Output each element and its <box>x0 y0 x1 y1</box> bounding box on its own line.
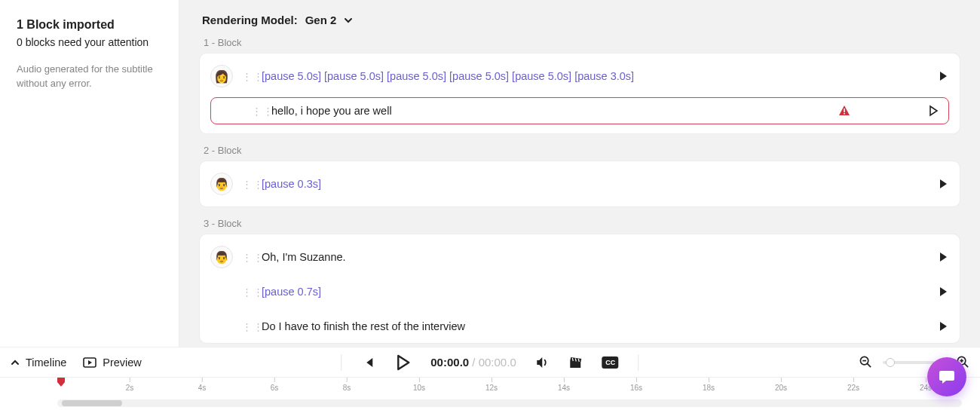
skip-back-icon[interactable] <box>361 356 375 369</box>
ruler-tick: 12s <box>485 378 498 392</box>
playback-bar: Timeline Preview 00:00.0 / 00:00.0 CC <box>0 347 980 377</box>
preview-button[interactable]: Preview <box>83 356 142 369</box>
ruler-tick: 20s <box>775 378 787 392</box>
block-card: 👨 Oh, I'm Suzanne. [pause 0.7s] <box>199 234 960 344</box>
script-line[interactable]: [pause 0.7s] <box>210 278 949 305</box>
svg-line-5 <box>867 363 871 367</box>
play-line-icon[interactable] <box>927 105 939 117</box>
speaker-avatar[interactable]: 👨 <box>210 173 233 195</box>
ruler-tick: 18s <box>703 378 715 392</box>
play-line-icon[interactable] <box>937 251 949 263</box>
speaker-avatar[interactable]: 👨 <box>210 246 233 268</box>
svg-rect-1 <box>844 113 845 115</box>
zoom-out-icon[interactable] <box>859 356 872 369</box>
scrollbar-thumb[interactable] <box>62 400 122 406</box>
line-text[interactable]: Oh, I'm Suzanne. <box>262 251 928 263</box>
block-card: 👨 [pause 0.3s] <box>199 161 960 207</box>
ruler-tick: 14s <box>558 378 570 392</box>
svg-rect-0 <box>844 109 845 112</box>
block-3: 3 - Block 👨 Oh, I'm Suzanne. [pause 0.7s… <box>199 218 960 344</box>
block-label: 2 - Block <box>204 145 960 156</box>
avatar-spacer <box>210 326 233 327</box>
timeline-scrollbar[interactable] <box>57 399 962 407</box>
rendering-model-selector[interactable]: Rendering Model: Gen 2 <box>202 14 960 26</box>
preview-icon <box>83 357 96 368</box>
drag-handle-icon[interactable] <box>242 252 253 263</box>
divider <box>639 354 639 371</box>
script-line[interactable]: Do I have to finish the rest of the inte… <box>210 313 949 340</box>
model-value: Gen 2 <box>305 14 337 26</box>
ruler-tick: 4s <box>198 378 207 392</box>
block-2: 2 - Block 👨 [pause 0.3s] <box>199 145 960 207</box>
sidebar-note: Audio generated for the subtitle without… <box>17 63 164 91</box>
volume-icon[interactable] <box>536 356 550 369</box>
script-line[interactable]: 👨 [pause 0.3s] <box>210 170 949 197</box>
drag-handle-icon[interactable] <box>252 106 262 117</box>
divider <box>341 354 341 371</box>
script-line-error[interactable]: hello, i hope you are well <box>210 97 949 124</box>
sidebar-subtitle: 0 blocks need your attention <box>17 35 164 50</box>
model-prefix: Rendering Model: <box>202 14 298 26</box>
time-total: 00:00.0 <box>479 356 516 369</box>
chat-fab[interactable] <box>927 357 966 396</box>
line-text[interactable]: [pause 5.0s] [pause 5.0s] [pause 5.0s] [… <box>262 70 928 82</box>
timeline-toggle[interactable]: Timeline <box>11 356 66 369</box>
play-icon[interactable] <box>394 354 411 371</box>
ruler-tick: 16s <box>630 378 642 392</box>
ruler-tick: 8s <box>343 378 351 392</box>
block-label: 1 - Block <box>204 37 960 48</box>
line-text[interactable]: hello, i hope you are well <box>271 105 829 117</box>
preview-label: Preview <box>103 356 142 369</box>
line-text[interactable]: [pause 0.3s] <box>262 178 928 190</box>
block-1: 1 - Block 👩 [pause 5.0s] [pause 5.0s] [p… <box>199 37 960 134</box>
play-line-icon[interactable] <box>937 178 949 190</box>
captions-icon[interactable]: CC <box>602 356 619 369</box>
chevron-down-icon <box>344 16 353 25</box>
time-current: 00:00.0 <box>430 356 469 369</box>
svg-line-8 <box>964 363 968 367</box>
clapperboard-icon[interactable] <box>569 356 583 369</box>
ruler-tick: 2s <box>126 378 134 392</box>
avatar-spacer <box>210 292 233 292</box>
ruler-tick: 22s <box>847 378 859 392</box>
playhead-icon[interactable] <box>57 377 65 386</box>
warning-icon <box>838 105 850 117</box>
editor-main: Rendering Model: Gen 2 1 - Block 👩 [paus… <box>179 0 980 347</box>
ruler-tick: 6s <box>271 378 279 392</box>
play-line-icon[interactable] <box>937 70 949 82</box>
line-text[interactable]: [pause 0.7s] <box>262 286 928 298</box>
drag-handle-icon[interactable] <box>242 286 253 298</box>
import-status-sidebar: 1 Block imported 0 blocks need your atte… <box>0 0 179 347</box>
drag-handle-icon[interactable] <box>242 321 253 332</box>
speaker-avatar[interactable]: 👩 <box>210 65 233 87</box>
block-card: 👩 [pause 5.0s] [pause 5.0s] [pause 5.0s]… <box>199 53 960 134</box>
timeline-label: Timeline <box>26 356 66 369</box>
chat-icon <box>938 368 956 386</box>
block-label: 3 - Block <box>204 218 960 229</box>
script-line[interactable]: 👩 [pause 5.0s] [pause 5.0s] [pause 5.0s]… <box>210 63 949 90</box>
drag-handle-icon[interactable] <box>242 179 253 190</box>
time-display: 00:00.0 / 00:00.0 <box>430 356 516 369</box>
script-line[interactable]: 👨 Oh, I'm Suzanne. <box>210 243 949 271</box>
zoom-thumb[interactable] <box>886 358 895 367</box>
ruler-tick: 10s <box>413 378 425 392</box>
avatar-spacer <box>220 111 243 112</box>
play-line-icon[interactable] <box>937 286 949 298</box>
play-line-icon[interactable] <box>937 320 949 332</box>
caret-up-icon <box>11 358 20 367</box>
drag-handle-icon[interactable] <box>242 71 253 82</box>
line-text[interactable]: Do I have to finish the rest of the inte… <box>262 320 928 332</box>
sidebar-title: 1 Block imported <box>17 17 164 33</box>
